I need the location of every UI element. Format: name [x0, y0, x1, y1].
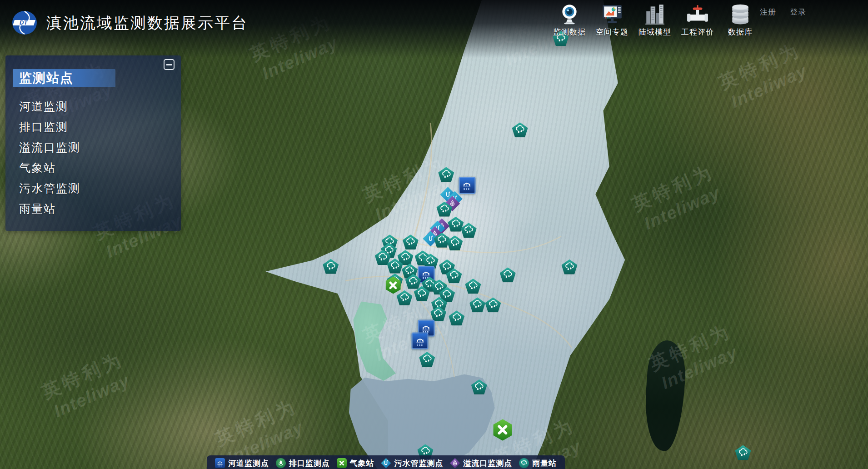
marker-rain[interactable]	[323, 259, 339, 274]
marker-rain[interactable]	[419, 352, 435, 367]
nav-item-monitor-data[interactable]: 监测数据	[548, 3, 591, 37]
legend-label: 排口监测点	[289, 458, 330, 469]
marker-rain[interactable]	[735, 445, 751, 460]
main-nav: 监测数据 空间专题	[548, 3, 762, 37]
panel-title: 监测站点	[13, 69, 115, 87]
legend-item-weather: 气象站	[337, 458, 374, 469]
legend-label: 河道监测点	[228, 458, 269, 469]
marker-rain[interactable]	[561, 259, 577, 274]
sidebar-item-weather-station[interactable]: 气象站	[19, 158, 181, 178]
marker-weather[interactable]	[492, 419, 514, 441]
marker-river[interactable]	[459, 177, 475, 194]
sidebar-item-overflow-monitor[interactable]: 溢流口监测	[19, 137, 181, 158]
nav-item-database[interactable]: 数据库	[719, 3, 762, 37]
marker-rain[interactable]	[465, 279, 481, 294]
weather-legend-icon	[337, 458, 347, 468]
legend-item-sewage: 污水管监测点	[381, 458, 443, 469]
sidebar-item-sewage-pipe-monitor[interactable]: 污水管监测	[19, 178, 181, 199]
legend-label: 雨量站	[532, 458, 557, 469]
sidebar-item-outfall-monitor[interactable]: 排口监测	[19, 117, 181, 137]
nav-item-land-model[interactable]: 陆域模型	[634, 3, 676, 37]
legend-item-rain: 雨量站	[519, 458, 557, 469]
layer-list: 河道监测 排口监测 溢流口监测 气象站 污水管监测 雨量站	[5, 96, 181, 219]
nav-label: 工程评价	[681, 27, 714, 37]
nav-label: 陆域模型	[639, 27, 671, 37]
legend-item-river: 河道监测点	[215, 458, 269, 469]
monitor-station-panel: 监测站点 河道监测 排口监测 溢流口监测 气象站 污水管监测 雨量站	[5, 55, 181, 231]
collapse-panel-button[interactable]	[164, 59, 175, 70]
nav-label: 空间专题	[596, 27, 629, 37]
page-title: 滇池流域监测数据展示平台	[46, 13, 248, 34]
register-link[interactable]: 注册	[760, 7, 776, 17]
webcam-icon	[558, 3, 581, 25]
map-legend: 河道监测点 排口监测点 气象站 污水管监测点 溢流口监测点 雨量站	[207, 455, 565, 469]
marker-rain[interactable]	[485, 297, 501, 312]
sidebar-item-rain-station[interactable]: 雨量站	[19, 199, 181, 219]
company-logo-icon: DT	[12, 10, 37, 35]
buildings-icon	[644, 3, 666, 25]
top-bar: DT 滇池流域监测数据展示平台 监测数据	[0, 0, 868, 45]
nav-label: 监测数据	[553, 27, 586, 37]
legend-label: 气象站	[350, 458, 374, 469]
marker-rain[interactable]	[397, 290, 413, 305]
marker-river[interactable]	[412, 333, 429, 349]
login-link[interactable]: 登录	[790, 7, 806, 17]
nav-item-project-evaluation[interactable]: 工程评价	[676, 3, 719, 37]
app-window: 英特利为Inteliway英特利为Inteliway英特利为Inteliway英…	[0, 0, 868, 469]
marker-rain[interactable]	[512, 122, 528, 137]
rain-legend-icon	[519, 458, 529, 468]
sewage-legend-icon	[381, 458, 391, 468]
marker-rain[interactable]	[469, 297, 485, 312]
overflow-legend-icon	[450, 458, 460, 468]
legend-label: 污水管监测点	[394, 458, 443, 469]
sidebar-item-river-monitor[interactable]: 河道监测	[19, 96, 181, 117]
valve-icon	[686, 3, 709, 25]
legend-label: 溢流口监测点	[463, 458, 512, 469]
marker-rain[interactable]	[500, 267, 516, 282]
svg-text:DT: DT	[20, 19, 28, 26]
nav-label: 数据库	[728, 27, 753, 37]
legend-item-overflow: 溢流口监测点	[450, 458, 512, 469]
marker-rain[interactable]	[471, 379, 487, 394]
outfall-legend-icon	[276, 458, 286, 468]
marker-rain[interactable]	[438, 167, 454, 182]
auth-links: 注册 登录	[760, 7, 806, 17]
database-icon	[729, 3, 752, 25]
marker-rain[interactable]	[449, 310, 464, 325]
marker-rain[interactable]	[403, 234, 419, 249]
marker-rain[interactable]	[461, 223, 477, 238]
river-legend-icon	[215, 458, 225, 468]
marker-rain[interactable]	[447, 235, 463, 250]
monitor-chart-icon	[601, 3, 624, 25]
nav-item-spatial-theme[interactable]: 空间专题	[591, 3, 634, 37]
minus-icon	[166, 64, 172, 65]
legend-item-outfall: 排口监测点	[276, 458, 330, 469]
